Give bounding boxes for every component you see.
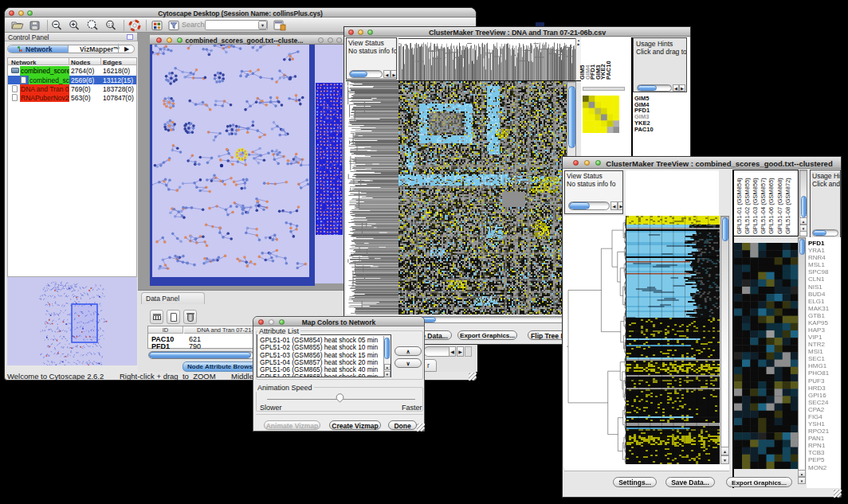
svg-text:1:1: 1:1 — [108, 23, 114, 27]
